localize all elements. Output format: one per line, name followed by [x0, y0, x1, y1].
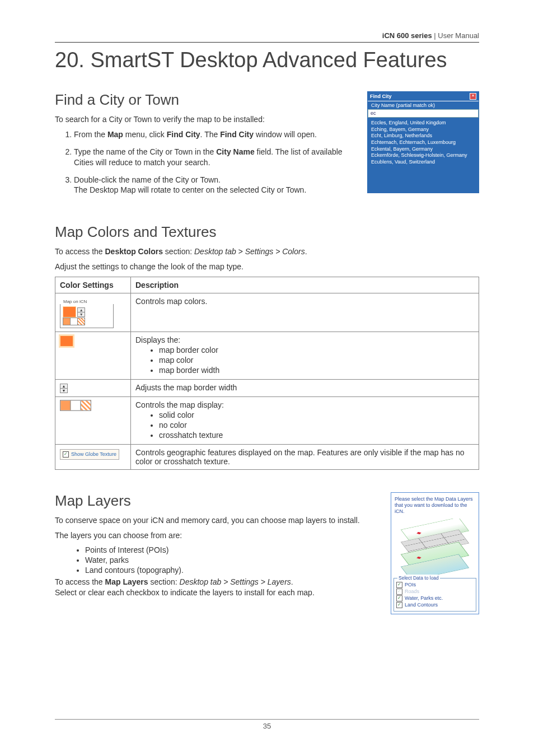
layers-p1: To conserve space on your iCN and memory… — [55, 515, 384, 526]
results-list[interactable]: Eccles, England, United Kingdom Eching, … — [368, 118, 479, 193]
header-rule — [55, 42, 479, 43]
dialog-titlebar: Find City × — [368, 92, 479, 101]
row5-desc: Controls geographic features displayed o… — [131, 444, 479, 469]
checkbox-roads: ✓ Roads — [396, 589, 474, 595]
row4-list: solid color no color crosshatch texture — [159, 410, 474, 440]
layers-p2: The layers you can choose from are: — [55, 530, 384, 541]
dialog-subtitle: City Name (partial match ok) — [368, 101, 479, 109]
row3-desc: Adjusts the map border width — [131, 380, 479, 397]
th-color-settings: Color Settings — [55, 277, 131, 293]
layers-p3: To access the Map Layers section: Deskto… — [55, 577, 384, 598]
product-name: iCN 600 series — [382, 31, 432, 40]
row2-head: Displays the: — [135, 335, 180, 344]
texture-toggle-icon[interactable] — [60, 400, 91, 411]
list-item[interactable]: Eching, Bayern, Germany — [371, 127, 475, 133]
spinner-icon[interactable]: ▲▼ — [77, 307, 85, 317]
th-description: Description — [131, 277, 479, 293]
row1-desc: Controls map colors. — [131, 293, 479, 332]
colors-line1: To access the Desktop Colors section: De… — [55, 246, 479, 257]
map-layers-panel: Please select the Map Data Layers that y… — [391, 492, 479, 614]
table-row: Displays the: map border color map color… — [55, 332, 479, 380]
layers-illustration — [394, 519, 476, 575]
spinner-icon[interactable]: ▲▼ — [60, 384, 68, 393]
list-item[interactable]: Ecublens, Vaud, Switzerland — [371, 159, 475, 166]
page-number: 35 — [263, 722, 271, 730]
list-item[interactable]: Eckental, Bayern, Germany — [371, 146, 475, 153]
table-row: ✓ Show Globe Texture Controls geographic… — [55, 444, 479, 469]
panel-text: Please select the Map Data Layers that y… — [391, 493, 479, 516]
checkbox-icon: ✓ — [63, 451, 69, 458]
table-row: Controls the map display: solid color no… — [55, 396, 479, 444]
layers-items: Points of Interest (POIs) Water, parks L… — [85, 545, 384, 575]
colors-line2: Adjust the settings to change the look o… — [55, 262, 479, 272]
checkbox-icon: ✓ — [396, 589, 402, 595]
list-item[interactable]: Echternach, Echternach, Luxembourg — [371, 139, 475, 146]
color-swatch-icon[interactable] — [60, 335, 73, 347]
section-layers-heading: Map Layers — [55, 492, 384, 510]
page-footer: 35 — [55, 719, 479, 730]
map-on-icn-control: Map on iCN ▲▼ — [60, 297, 114, 328]
find-city-intro: To search for a City or Town to verify t… — [55, 114, 360, 125]
table-row: Map on iCN ▲▼ Controls map colors. — [55, 293, 479, 332]
chapter-title: 20. SmartST Desktop Advanced Features — [55, 48, 479, 72]
step-2: Type the name of the City or Town in the… — [74, 147, 360, 168]
checkbox-water-parks[interactable]: ✓ Water, Parks etc. — [396, 595, 474, 601]
group-legend: Select Data to load — [397, 575, 440, 581]
row2-list: map border color map color map border wi… — [159, 346, 474, 375]
step-1: From the Map menu, click Find City. The … — [74, 129, 360, 140]
running-header: iCN 600 series | User Manual — [55, 31, 479, 40]
section-colors-heading: Map Colors and Textures — [55, 223, 479, 241]
show-globe-texture-checkbox[interactable]: ✓ Show Globe Texture — [60, 449, 119, 460]
doc-name: User Manual — [438, 31, 479, 40]
dialog-title: Find City — [370, 94, 392, 99]
checkbox-icon: ✓ — [396, 595, 402, 601]
step-3: Double-click the name of the City or Tow… — [74, 175, 360, 196]
checkbox-pois[interactable]: ✓ POIs — [396, 582, 474, 588]
find-city-steps: From the Map menu, click Find City. The … — [55, 129, 360, 195]
close-icon[interactable]: × — [470, 93, 476, 100]
checkbox-land-contours[interactable]: ✓ Land Contours — [396, 602, 474, 608]
color-settings-table: Color Settings Description Map on iCN ▲▼… — [55, 277, 479, 470]
table-row: ▲▼ Adjusts the map border width — [55, 380, 479, 397]
texture-toggle-icon[interactable] — [63, 318, 85, 325]
section-find-city-heading: Find a City or Town — [55, 91, 360, 109]
find-city-dialog: Find City × City Name (partial match ok)… — [367, 91, 479, 193]
select-data-group: Select Data to load ✓ POIs ✓ Roads ✓ Wat… — [394, 578, 476, 612]
color-swatch-icon[interactable] — [63, 306, 76, 318]
city-name-input[interactable]: ec — [368, 109, 479, 118]
list-item[interactable]: Eccles, England, United Kingdom — [371, 120, 475, 127]
checkbox-icon: ✓ — [396, 602, 402, 608]
list-item[interactable]: Eckernförde, Schleswig-Holstein, Germany — [371, 152, 475, 159]
checkbox-icon: ✓ — [396, 582, 402, 588]
list-item[interactable]: Echt, Limburg, Netherlands — [371, 133, 475, 139]
row4-head: Controls the map display: — [135, 400, 224, 409]
